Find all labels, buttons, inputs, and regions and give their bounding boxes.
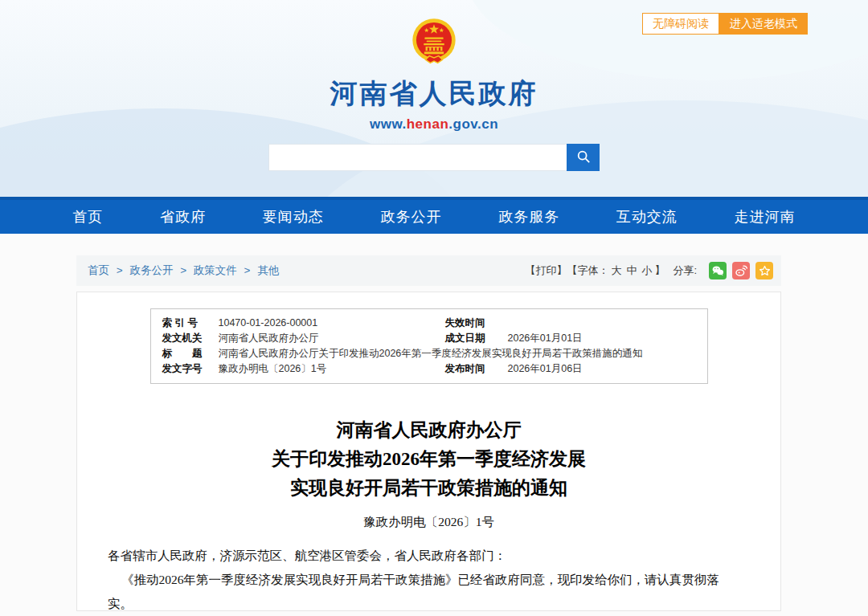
meta-label-doc-number: 发文字号 [162,361,209,377]
meta-label-expiry-date: 失效时间 [445,316,498,331]
search-input[interactable] [268,144,567,171]
meta-label-index-number: 索 引 号 [162,316,209,331]
meta-value-issuing-agency: 河南省人民政府办公厅 [209,331,445,346]
breadcrumb-other[interactable]: 其他 [257,264,279,276]
favorite-star-icon[interactable] [755,262,773,279]
meta-label-title: 标 题 [162,346,209,361]
meta-value-index-number: 10470-01-2026-00001 [209,316,445,331]
font-size-medium-button[interactable]: 中 [626,263,637,278]
document-content: 河南省人民政府办公厅 关于印发推动2026年第一季度经济发展 实现良好开局若干政… [77,416,780,616]
document-card: 索 引 号 10470-01-2026-00001 失效时间 发文机关 河南省人… [76,292,781,611]
document-body: 各省辖市人民政府，济源示范区、航空港区管委会，省人民政府各部门： 《推动2026… [77,544,780,616]
mode-buttons: 无障碍阅读 进入适老模式 [642,13,808,35]
meta-row-doc-number: 发文字号 豫政办明电〔2026〕1号 发布时间 2026年01月06日 [162,361,707,377]
url-www: www. [370,116,407,132]
document-title-line: 河南省人民政府办公厅 [77,416,780,445]
national-emblem-logo [411,18,457,69]
meta-value-written-date: 2026年01月01日 [498,331,707,346]
document-meta-table: 索 引 号 10470-01-2026-00001 失效时间 发文机关 河南省人… [150,308,708,384]
search-icon [576,149,591,166]
elder-mode-button[interactable]: 进入适老模式 [719,13,808,35]
meta-value-expiry-date [498,316,707,331]
meta-value-doc-number: 豫政办明电〔2026〕1号 [209,361,445,377]
document-number: 豫政办明电〔2026〕1号 [77,514,780,531]
breadcrumb-government-affairs[interactable]: 政务公开 [129,264,173,276]
accessibility-reading-button[interactable]: 无障碍阅读 [642,13,719,35]
meta-label-written-date: 成文日期 [445,331,498,346]
url-domain: henan [407,116,449,132]
breadcrumb-policy-documents[interactable]: 政策文件 [194,264,237,276]
breadcrumb-separator: > [117,264,123,276]
breadcrumb-home[interactable]: 首页 [88,264,109,276]
print-button[interactable]: 【打印】 [525,263,567,278]
font-size-large-button[interactable]: 大 [611,263,621,278]
nav-item-provincial-government[interactable]: 省政府 [160,207,206,226]
document-title-line: 实现良好开局若干政策措施的通知 [77,474,780,503]
document-title-line: 关于印发推动2026年第一季度经济发展 [77,445,780,474]
nav-item-interaction[interactable]: 互动交流 [616,207,678,226]
document-title: 河南省人民政府办公厅 关于印发推动2026年第一季度经济发展 实现良好开局若干政… [77,416,780,503]
meta-row-issuer: 发文机关 河南省人民政府办公厅 成文日期 2026年01月01日 [162,331,707,346]
main-navigation: 首页 省政府 要闻动态 政务公开 政务服务 互动交流 走进河南 [0,197,868,234]
nav-item-services[interactable]: 政务服务 [498,207,559,226]
weibo-share-icon[interactable] [732,262,750,279]
meta-value-title: 河南省人民政府办公厅关于印发推动2026年第一季度经济发展实现良好开局若干政策措… [209,346,707,361]
nav-item-about-henan[interactable]: 走进河南 [735,207,796,226]
font-size-small-button[interactable]: 小 [641,263,652,278]
breadcrumb: 首页 > 政务公开 > 政策文件 > 其他 [88,263,279,278]
breadcrumb-toolbar: 首页 > 政务公开 > 政策文件 > 其他 【打印】 【字体： 大 中 小 】 … [76,255,781,286]
meta-label-publish-date: 发布时间 [445,361,498,377]
meta-row-index: 索 引 号 10470-01-2026-00001 失效时间 [162,316,707,331]
page-tools: 【打印】 【字体： 大 中 小 】 分享: [525,262,773,279]
meta-label-issuing-agency: 发文机关 [162,331,209,346]
url-suffix: .gov.cn [448,116,498,132]
font-size-label: 【字体： [567,263,608,278]
wechat-share-icon[interactable] [709,262,727,279]
breadcrumb-separator: > [180,264,186,276]
site-header: 无障碍阅读 进入适老模式 [0,0,868,197]
font-size-label-end: 】 [654,263,665,278]
page: 无障碍阅读 进入适老模式 [0,0,868,611]
nav-item-government-affairs[interactable]: 政务公开 [380,207,441,226]
breadcrumb-separator: > [244,264,251,276]
document-paragraph: 各省辖市人民政府，济源示范区、航空港区管委会，省人民政府各部门： [108,544,740,568]
site-title: 河南省人民政府 [330,75,538,112]
search-button[interactable] [567,144,600,171]
document-paragraph: 《推动2026年第一季度经济发展实现良好开局若干政策措施》已经省政府同意，现印发… [108,568,740,616]
site-url: www.henan.gov.cn [370,116,498,133]
nav-item-home[interactable]: 首页 [72,207,103,226]
share-label: 分享: [673,263,697,278]
meta-value-publish-date: 2026年01月06日 [498,361,707,377]
search-bar [268,144,600,171]
meta-row-title: 标 题 河南省人民政府办公厅关于印发推动2026年第一季度经济发展实现良好开局若… [162,346,707,361]
nav-item-news[interactable]: 要闻动态 [263,207,324,226]
